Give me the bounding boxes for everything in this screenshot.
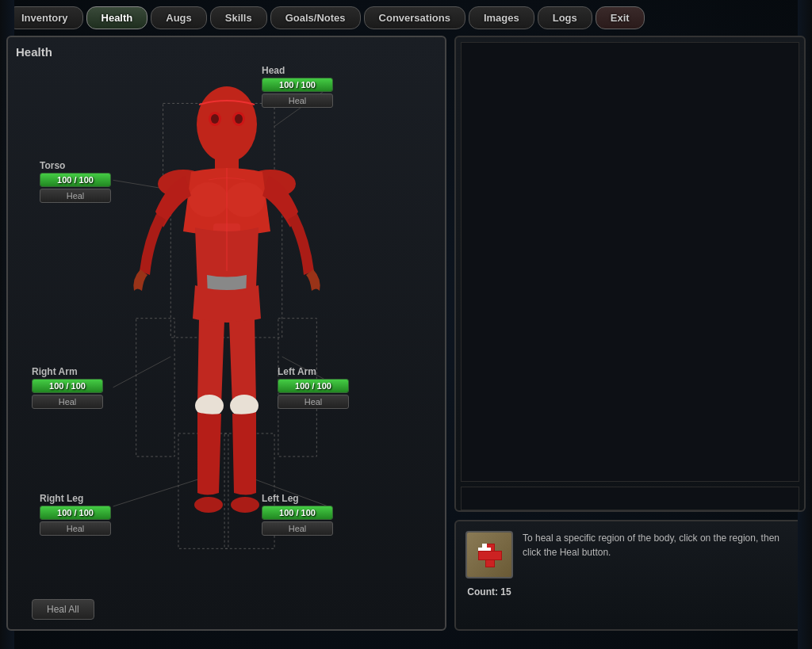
region-right-arm-health-bar: 100 / 100 (32, 379, 103, 393)
tab-exit[interactable]: Exit (596, 6, 645, 29)
tab-conversations[interactable]: Conversations (364, 6, 465, 29)
svg-point-27 (211, 114, 219, 124)
tab-skills[interactable]: Skills (210, 6, 267, 29)
panel-title: Health (16, 45, 437, 59)
svg-point-17 (225, 182, 265, 217)
description-text: To heal a specific region of the body, c… (523, 531, 795, 559)
svg-point-12 (197, 86, 257, 162)
tab-goals-notes[interactable]: Goals/Notes (270, 6, 361, 29)
health-panel: Health (6, 36, 446, 631)
svg-point-16 (189, 182, 228, 217)
region-torso-label: Torso (40, 160, 65, 171)
region-head-health-bar: 100 / 100 (262, 78, 333, 92)
medkit-white-cross-icon (478, 544, 491, 556)
content-area: Health (6, 36, 806, 631)
svg-point-28 (235, 114, 243, 124)
region-left-arm[interactable]: Left Arm 100 / 100 Heal (278, 366, 349, 409)
info-display-inner (461, 42, 799, 482)
region-right-leg-heal-button[interactable]: Heal (40, 521, 111, 536)
region-right-leg-health-text: 100 / 100 (57, 508, 94, 517)
svg-point-24 (231, 497, 259, 513)
region-left-leg-health-text: 100 / 100 (279, 508, 316, 517)
right-panel: Count: 15 To heal a specific region of t… (454, 36, 806, 631)
info-display (454, 36, 806, 512)
medkit-cross-icon (478, 544, 500, 566)
region-left-arm-label: Left Arm (278, 366, 316, 377)
region-right-arm-heal-button[interactable]: Heal (32, 395, 103, 409)
region-left-arm-health-bar: 100 / 100 (278, 379, 349, 393)
description-panel: Count: 15 To heal a specific region of t… (454, 520, 806, 631)
region-torso[interactable]: Torso 100 / 100 Heal (40, 160, 111, 203)
tab-augs[interactable]: Augs (151, 6, 207, 29)
region-torso-heal-button[interactable]: Heal (40, 189, 111, 203)
region-head[interactable]: Head 100 / 100 Heal (262, 65, 333, 108)
region-right-arm-health-text: 100 / 100 (49, 381, 86, 391)
region-right-arm-label: Right Arm (32, 366, 78, 377)
region-left-arm-health-text: 100 / 100 (295, 381, 331, 391)
body-area: Head 100 / 100 Heal Torso 100 / 100 Heal (16, 65, 437, 556)
region-left-leg-health-bar: 100 / 100 (262, 506, 333, 520)
region-head-health-text: 100 / 100 (279, 80, 316, 90)
region-right-leg-health-bar: 100 / 100 (40, 506, 111, 520)
item-count: Count: 15 (467, 586, 511, 597)
region-left-leg-label: Left Leg (262, 493, 299, 504)
heal-all-button[interactable]: Heal All (32, 599, 94, 620)
human-body-figure (120, 73, 334, 548)
region-right-arm[interactable]: Right Arm 100 / 100 Heal (32, 366, 103, 409)
region-head-heal-button[interactable]: Heal (262, 94, 333, 108)
nav-bar: Inventory Health Augs Skills Goals/Notes… (6, 6, 806, 29)
region-torso-health-text: 100 / 100 (57, 175, 94, 185)
main-container: Inventory Health Augs Skills Goals/Notes… (0, 0, 812, 649)
tab-images[interactable]: Images (469, 6, 534, 29)
region-torso-health-bar: 100 / 100 (40, 173, 111, 187)
region-head-label: Head (262, 65, 285, 76)
region-left-arm-heal-button[interactable]: Heal (278, 395, 349, 409)
tab-logs[interactable]: Logs (538, 6, 592, 29)
region-left-leg-heal-button[interactable]: Heal (262, 521, 333, 536)
info-display-bottom (461, 487, 799, 510)
medkit-icon (465, 531, 513, 578)
region-right-leg[interactable]: Right Leg 100 / 100 Heal (40, 493, 111, 536)
region-right-leg-label: Right Leg (40, 493, 83, 504)
tab-inventory[interactable]: Inventory (6, 6, 83, 29)
tab-health[interactable]: Health (86, 6, 148, 29)
svg-point-23 (194, 497, 223, 513)
region-left-leg[interactable]: Left Leg 100 / 100 Heal (262, 493, 333, 536)
